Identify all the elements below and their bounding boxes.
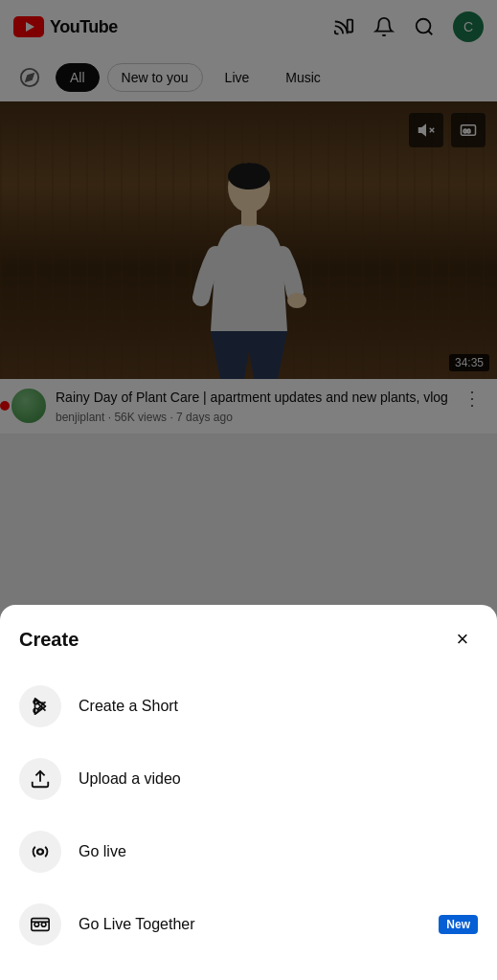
create-short-icon: [19, 685, 61, 727]
svg-point-17: [34, 708, 38, 713]
go-live-label: Go live: [79, 843, 478, 860]
go-live-icon: [19, 831, 61, 873]
sheet-header: Create ×: [0, 624, 497, 670]
create-short-item[interactable]: Create a Short: [0, 670, 497, 743]
create-short-label: Create a Short: [79, 698, 478, 715]
go-live-together-label: Go Live Together: [79, 916, 421, 933]
go-live-together-item[interactable]: Go Live Together New: [0, 888, 497, 961]
svg-point-16: [34, 700, 38, 704]
new-badge: New: [439, 915, 478, 934]
upload-video-icon: [19, 758, 61, 800]
go-live-together-icon: [19, 903, 61, 946]
create-bottom-sheet: Create × Create a Short: [0, 605, 497, 980]
svg-point-23: [34, 923, 39, 927]
upload-video-label: Upload a video: [79, 770, 478, 788]
go-live-item[interactable]: Go live: [0, 815, 497, 888]
svg-point-24: [41, 923, 46, 927]
sheet-title: Create: [19, 629, 79, 651]
close-button[interactable]: ×: [447, 624, 478, 655]
upload-video-item[interactable]: Upload a video: [0, 743, 497, 815]
